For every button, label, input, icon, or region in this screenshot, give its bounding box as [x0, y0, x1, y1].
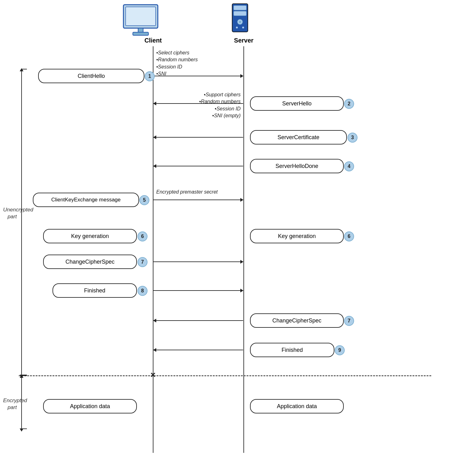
unencrypted-label: Unencrypted part — [3, 206, 21, 220]
svg-rect-6 — [234, 11, 246, 16]
server-hello-box: ServerHello — [250, 96, 344, 111]
server-cert-box: ServerCertificate — [250, 130, 347, 144]
app-data-client-box: Application data — [43, 399, 137, 413]
step-3-circle: 3 — [348, 133, 358, 143]
client-hello-box: ClientHello — [38, 69, 144, 83]
encryption-boundary — [19, 375, 431, 376]
unencrypted-bracket-arrow-up — [20, 68, 23, 71]
client-key-exchange-arrow — [153, 200, 243, 200]
step-4-circle: 4 — [344, 161, 354, 171]
step-8-circle: 8 — [138, 286, 148, 296]
client-label: Client — [138, 37, 169, 44]
key-gen-client-box: Key generation — [43, 229, 137, 243]
step-6b-circle: 6 — [344, 231, 354, 241]
app-data-server-box: Application data — [250, 399, 344, 413]
svg-rect-2 — [138, 28, 143, 33]
server-hello-arrow — [153, 103, 243, 104]
change-cipher-spec-client-box: ChangeCipherSpec — [43, 255, 137, 269]
server-timeline — [243, 46, 244, 453]
client-timeline — [153, 46, 153, 453]
server-hello-done-arrow — [153, 166, 243, 166]
svg-rect-5 — [234, 6, 246, 10]
svg-point-9 — [236, 27, 238, 28]
key-gen-server-box: Key generation — [250, 229, 344, 243]
svg-rect-1 — [126, 7, 156, 26]
unencrypted-bracket-line — [21, 69, 22, 375]
client-key-exchange-box: ClientKeyExchange message — [33, 193, 139, 207]
diagram-container: Client Server •Select ciphers •Random nu… — [0, 0, 450, 476]
encrypted-bracket-arrow-down2 — [20, 428, 23, 432]
finished-client-box: Finished — [52, 283, 137, 298]
step-5-circle: 5 — [139, 195, 149, 205]
step-6a-circle: 6 — [138, 231, 148, 241]
server-hello-annotation: •Support ciphers •Random numbers •Sessio… — [175, 91, 241, 119]
svg-point-8 — [239, 21, 241, 23]
encrypted-bracket-arrow-up2 — [20, 375, 23, 378]
server-hello-done-box: ServerHelloDone — [250, 159, 344, 173]
encrypted-label: Encrypted part — [3, 397, 21, 411]
step-2-circle: 2 — [344, 99, 354, 109]
x-marker: ✕ — [150, 371, 156, 379]
client-hello-annotation: •Select ciphers •Random numbers •Session… — [156, 49, 198, 78]
step-7a-circle: 7 — [138, 257, 148, 267]
svg-rect-3 — [133, 32, 148, 35]
step-1-circle: 1 — [145, 71, 155, 81]
finished-client-arrow — [153, 290, 243, 291]
finished-server-box: Finished — [250, 343, 334, 357]
step-7b-circle: 7 — [344, 316, 354, 326]
change-cipher-spec-client-arrow — [153, 261, 243, 262]
server-icon — [231, 3, 249, 36]
change-cipher-spec-server-box: ChangeCipherSpec — [250, 313, 344, 328]
svg-point-10 — [242, 27, 244, 28]
finished-server-arrow — [153, 350, 243, 350]
client-hello-arrow — [153, 76, 243, 76]
step-9-circle: 9 — [335, 345, 345, 355]
change-cipher-spec-server-arrow — [153, 320, 243, 321]
server-label: Server — [231, 37, 256, 44]
premaster-annotation: Encrypted premaster secret — [156, 189, 218, 195]
client-icon — [122, 3, 159, 39]
server-cert-arrow — [153, 137, 243, 138]
